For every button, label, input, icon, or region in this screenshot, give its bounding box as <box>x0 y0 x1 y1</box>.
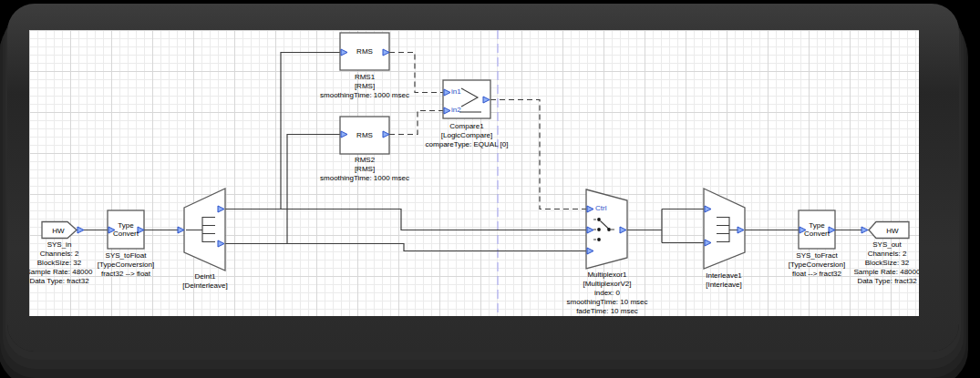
rms2-smoothing: smoothingTime: 1000 msec <box>320 174 409 183</box>
sysout-blocksize: BlockSize: 32 <box>854 259 919 268</box>
typeconvert-out-conversion: float --> fract32 <box>789 270 845 279</box>
rms2-name: RMS2 <box>320 156 409 165</box>
deint-label-stack: Deint1 [Deinterleave] <box>182 272 227 291</box>
diagram-layer <box>29 30 919 316</box>
typeconvert-in-class: [TypeConversion] <box>98 261 154 270</box>
sysin-blocksize: BlockSize: 32 <box>29 259 92 268</box>
typeconvert-in-name: SYS_toFloat <box>98 251 154 261</box>
mux-ctrl-pin-label: Ctrl <box>595 205 606 212</box>
sysin-channels: Channels: 2 <box>29 250 92 259</box>
compare-name: Compare1 <box>426 122 509 131</box>
compare-class: [LogicCompare] <box>426 131 509 140</box>
sysout-channels: Channels: 2 <box>854 250 919 259</box>
typeconvert-out-label-stack: SYS_toFract [TypeConversion] float --> f… <box>789 251 845 279</box>
pin-sysout-in[interactable] <box>861 227 868 233</box>
compare-in1-pin-label: in1 <box>451 88 461 96</box>
rms2-label-stack: RMS2 [RMS] smoothingTime: 1000 msec <box>320 156 409 183</box>
mux-fadetime: fadeTime: 10 msec <box>566 307 647 316</box>
compare-in2-pin-label: in2 <box>451 107 461 114</box>
interleave-label-stack: Interleave1 [Interleave] <box>706 271 742 290</box>
deint-name: Deint1 <box>182 272 227 281</box>
typeconvert-in-title: Type Convert <box>109 210 142 249</box>
wire-branch-to-rms2[interactable] <box>287 135 340 244</box>
rms1-title: RMS <box>344 33 386 70</box>
sysout-datatype: Data Type: fract32 <box>854 277 919 286</box>
rms1-class: [RMS] <box>320 82 409 91</box>
wire-mux-to-interleave-fork[interactable] <box>627 209 704 243</box>
sysout-title: HW <box>876 222 909 239</box>
mux-index: index: 0 <box>566 289 647 298</box>
rms1-label-stack: RMS1 [RMS] smoothingTime: 1000 msec <box>320 73 409 100</box>
mux-class: [MultiplexorV2] <box>566 280 647 289</box>
rms1-smoothing: smoothingTime: 1000 msec <box>320 91 409 100</box>
deint-class: [Deinterleave] <box>182 281 227 291</box>
typeconvert-out-name: SYS_toFract <box>789 251 845 261</box>
typeconvert-out-class: [TypeConversion] <box>789 261 845 270</box>
typeconvert-in-conversion: fract32 --> float <box>98 270 154 279</box>
pin-sysin-out[interactable] <box>77 227 84 233</box>
design-canvas[interactable]: HW Type Convert RMS RMS Type Convert HW … <box>29 30 919 316</box>
sysin-samplerate: Sample Rate: 48000 <box>29 268 92 277</box>
rms1-name: RMS1 <box>320 73 409 82</box>
sysout-name: SYS_out <box>854 240 919 250</box>
typeconvert-out-title: Type Convert <box>800 210 833 249</box>
screenshot-root: { "colors": { "wire": "#3c3c3c", "block_… <box>0 0 980 378</box>
compare-type: compareType: EQUAL [0] <box>426 140 509 149</box>
sysin-title: HW <box>42 222 75 239</box>
wire-compare-to-mux-ctrl[interactable] <box>490 100 586 209</box>
interleave-class: [Interleave] <box>706 281 742 290</box>
sysin-label-stack: SYS_in Channels: 2 BlockSize: 32 Sample … <box>29 240 92 286</box>
wire-deint-out2-to-mux-in2[interactable] <box>225 244 586 251</box>
sysin-name: SYS_in <box>29 240 92 250</box>
mux-name: Multiplexor1 <box>566 271 647 280</box>
mux-smoothing: smoothingTime: 10 msec <box>566 298 647 307</box>
mux-label-stack: Multiplexor1 [MultiplexorV2] index: 0 sm… <box>566 271 647 316</box>
interleave-name: Interleave1 <box>706 271 742 281</box>
typeconvert-in-label-stack: SYS_toFloat [TypeConversion] fract32 -->… <box>98 251 154 279</box>
rms2-title: RMS <box>344 117 386 154</box>
sysout-label-stack: SYS_out Channels: 2 BlockSize: 32 Sample… <box>854 240 919 286</box>
sysin-datatype: Data Type: fract32 <box>29 277 92 286</box>
pin-deint-in[interactable] <box>178 227 184 233</box>
compare-label-stack: Compare1 [LogicCompare] compareType: EQU… <box>426 122 509 149</box>
sysout-samplerate: Sample Rate: 48000 <box>854 268 919 277</box>
rms2-class: [RMS] <box>320 165 409 174</box>
wire-deint-out1-to-mux-in1[interactable] <box>225 209 586 230</box>
